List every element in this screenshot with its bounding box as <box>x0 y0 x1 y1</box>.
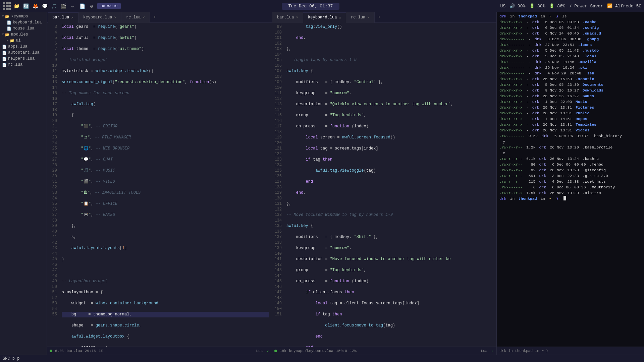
left-status-dot <box>50 350 52 352</box>
left-tab-rc-lua[interactable]: rc.lua ✕ <box>121 12 150 23</box>
right-tab-add[interactable]: + <box>375 13 384 21</box>
sidebar-item-helpers-lua[interactable]: 📄 helpers.lua <box>0 56 47 62</box>
right-status-percent: 12% <box>350 349 357 353</box>
left-editor-tabs: bar.lua ✕ keyboard.lua ✕ rc.lua ✕ + <box>47 12 272 23</box>
term-line-wget: .rw-r--r-- 215 drk 4 Dec 23:38 .wget-hst… <box>499 179 641 184</box>
left-statusbar-left: 6.0k bar.lua 29:16 1% <box>50 349 103 353</box>
chat-icon[interactable]: 💬 <box>41 2 48 10</box>
terminal-content: drk in thonkpad in ~ ❯ ls drwxr-xr-x - d… <box>497 12 644 347</box>
left-tab-keyboard-lua-close[interactable]: ✕ <box>114 15 116 19</box>
files2-icon[interactable]: 📄 <box>78 2 86 10</box>
right-tab-rc-lua[interactable]: rc.lua ✕ <box>346 12 375 23</box>
term-line-gnupg: drwx------- - drk 3 Dec 06 00:36 .gnupg <box>499 36 641 42</box>
term-prompt-line-drk: drk in thonkpad in ~ ❯ ls <box>499 13 641 19</box>
left-editor: bar.lua ✕ keyboard.lua ✕ rc.lua ✕ + 3456… <box>47 12 272 355</box>
power-mode-indicator: ⚡ Power Saver <box>569 3 603 9</box>
left-status-position: 29:16 <box>85 349 96 353</box>
term-line-local: drwxr-xr-x - drk 5 Dec 05 21:43 .local <box>499 53 641 59</box>
left-code-panels: 3456789101112131415161718192021222324252… <box>47 23 272 347</box>
sidebar-item-apps-lua[interactable]: 📄 apps.lua <box>0 44 47 50</box>
right-status-dot <box>274 350 277 352</box>
right-code-text: tag:view_only() end, }, -- Toggle tags b… <box>284 23 496 347</box>
media-icon[interactable]: 🎬 <box>60 2 67 10</box>
term-line-pki: drwx------- - drk 29 Nov 10:24 .pki <box>499 65 641 70</box>
left-tab-bar-lua[interactable]: bar.lua ✕ <box>48 12 78 23</box>
music-icon[interactable]: 🎵 <box>50 2 58 10</box>
right-editor: bar.lua ✕ keyboard.lua ✕ rc.lua ✕ + 9910… <box>272 12 496 355</box>
left-status-percent: 1% <box>99 349 103 353</box>
term-line-xinitrc: .rwxr-xr-x 1.5k drk 26 Nov 13:20 .xinitr… <box>499 190 641 196</box>
apps-grid-icon[interactable] <box>3 2 11 10</box>
sidebar: ▼ 📂 keymaps 📄 keyboard.lua 📄 mouse.lua ▼… <box>0 12 47 355</box>
right-tab-bar-lua-close[interactable]: ✕ <box>296 15 298 19</box>
sidebar-item-rc-lua[interactable]: 📄 rc.lua <box>0 62 47 68</box>
term-line-templates: drwxr-xr-x - drk 26 Nov 13:31 Templates <box>499 122 641 127</box>
left-code-text: local gears = require("gears") local awf… <box>59 23 272 347</box>
term-line-ssh: drwx------- - drk 4 Nov 29 20:48 .ssh <box>499 70 641 76</box>
term-line-xauth: .rw------- 6 drk 6 Dec 06 00:36 .Xauthor… <box>499 184 641 190</box>
left-tab-rc-lua-close[interactable]: ✕ <box>143 15 145 19</box>
topbar-app-icons: 📁 🔄 🦊 💬 🎵 🎬 ✏️ 📄 ⚙️ <box>13 2 95 10</box>
term-line-justdo: drwxr-xr-x - drk 5 Dec 05 21:43 .justdo <box>499 48 641 53</box>
cmdline-text: SPC b p <box>3 356 19 361</box>
topbar: 📁 🔄 🦊 💬 🎵 🎬 ✏️ 📄 ⚙️ awesome Tue Dec 06, … <box>0 0 644 12</box>
term-line-cache: drwxr-xr-x - drk 6 Dec 06 00:58 .cache <box>499 19 641 25</box>
term-line-config: drwxr-xr-x - drk 6 Dec 06 01:34 .config <box>499 25 641 31</box>
sidebar-item-autostart-lua[interactable]: 📄 autostart.lua <box>0 50 47 56</box>
term-line-bashrc: .rw-r--r-- 6.1k drk 26 Nov 13:24 .bashrc <box>499 156 641 162</box>
term-line-music: drwxr-xr-x - drk 1 Dec 22:00 Music <box>499 99 641 105</box>
term-line-bash-profile: .rw-r--r-- 1.2k drk 26 Nov 13:20 .bash_p… <box>499 144 641 150</box>
edit-icon[interactable]: ✏️ <box>69 2 76 10</box>
left-code-content: 3456789101112131415161718192021222324252… <box>47 23 272 347</box>
left-statusbar-right: Lua ✓ <box>256 349 269 353</box>
main-area: ▼ 📂 keymaps 📄 keyboard.lua 📄 mouse.lua ▼… <box>0 12 644 355</box>
right-tab-keyboard-lua[interactable]: keyboard.lua ✕ <box>303 12 346 23</box>
terminal-panel: drk in thonkpad in ~ ❯ ls drwxr-xr-x - d… <box>496 12 644 355</box>
awesome-tag[interactable]: awesome <box>97 3 121 9</box>
term-prompt-line2: drk in thonkpad in ~ ❯ <box>499 196 641 201</box>
right-status-position: 150:0 <box>336 349 347 353</box>
volume-indicator: 🔊 90% <box>509 3 525 9</box>
settings-icon[interactable]: ⚙️ <box>88 2 95 10</box>
sidebar-item-keymaps[interactable]: ▼ 📂 keymaps <box>0 13 47 19</box>
right-statusbar-left: 18k keymaps/keyboard.lua 150:0 12% <box>274 349 357 353</box>
left-code-panel: 3456789101112131415161718192021222324252… <box>47 23 272 347</box>
term-line-fehbg: .rwxr-xr-- 80 drk 6 Dec 06 00:00 .fehbg <box>499 162 641 167</box>
term-line-gitconfig: .rw-r--r-- 92 drk 26 Nov 13:20 .gitconfi… <box>499 167 641 173</box>
term-line-bash-profile2: e <box>499 150 641 156</box>
sidebar-item-modules[interactable]: ▼ 📂 modules <box>0 32 47 38</box>
bottom-cmdline: SPC b p <box>0 355 644 362</box>
sidebar-item-ui[interactable]: ▶ 📁 ui <box>0 38 47 44</box>
term-line-documents: drwxr-xr-x - drk 5 Dec 05 23:30 Document… <box>499 82 641 87</box>
battery2-indicator: 🔋 86% <box>549 3 565 9</box>
right-tab-keyboard-lua-close[interactable]: ✕ <box>339 15 341 20</box>
right-tab-rc-lua-close[interactable]: ✕ <box>367 15 370 19</box>
term-line-pictures: drwxr-xr-x - drk 29 Nov 13:31 Pictures <box>499 105 641 110</box>
files-icon[interactable]: 📁 <box>13 2 20 10</box>
battery1-indicator: 🔋 80% <box>529 3 545 9</box>
sidebar-item-mouse-lua[interactable]: 📄 mouse.lua <box>0 25 47 32</box>
term-line-repos: drwxr-xr-x - drk 4 Dec 14:51 Repos <box>499 116 641 122</box>
left-tab-bar-lua-close[interactable]: ✕ <box>71 15 73 20</box>
left-status-check: ✓ <box>267 349 269 353</box>
left-status-size: 6.0k <box>55 349 64 353</box>
topbar-datetime: Tue Dec 06, 01:37 <box>282 3 340 10</box>
sidebar-item-keyboard-lua[interactable]: 📄 keyboard.lua <box>0 19 47 25</box>
locale-indicator: US <box>500 4 505 9</box>
left-line-numbers: 3456789101112131415161718192021222324252… <box>47 23 59 347</box>
right-tab-bar-lua[interactable]: bar.lua ✕ <box>272 12 303 23</box>
right-statusbar-right: Lua ✓ <box>481 349 494 353</box>
firefox-icon[interactable]: 🦊 <box>32 2 39 10</box>
term-line-downloads: drwxr-xr-x - drk 8 Nov 26 16:27 Download… <box>499 87 641 93</box>
left-tab-keyboard-lua[interactable]: keyboard.lua ✕ <box>78 12 121 23</box>
topbar-right: US 🔊 90% 🔋 80% 🔋 86% ⚡ Power Saver 📶 Alf… <box>500 3 641 9</box>
right-status-filename: keymaps/keyboard.lua <box>289 349 333 353</box>
term-line-bash-history2: y <box>499 139 641 144</box>
right-status-check: ✓ <box>491 349 494 353</box>
left-status-filename: bar.lua <box>66 349 82 353</box>
terminal-status-text: drk in thonkpad in ~ ❯ <box>499 349 548 353</box>
left-tab-add[interactable]: + <box>150 13 159 21</box>
reload-icon[interactable]: 🔄 <box>22 2 30 10</box>
wifi-indicator: 📶 Alfredo 5G <box>607 3 641 9</box>
term-line-icons: drwx------- - drk 27 Nov 23:51 .icons <box>499 42 641 48</box>
